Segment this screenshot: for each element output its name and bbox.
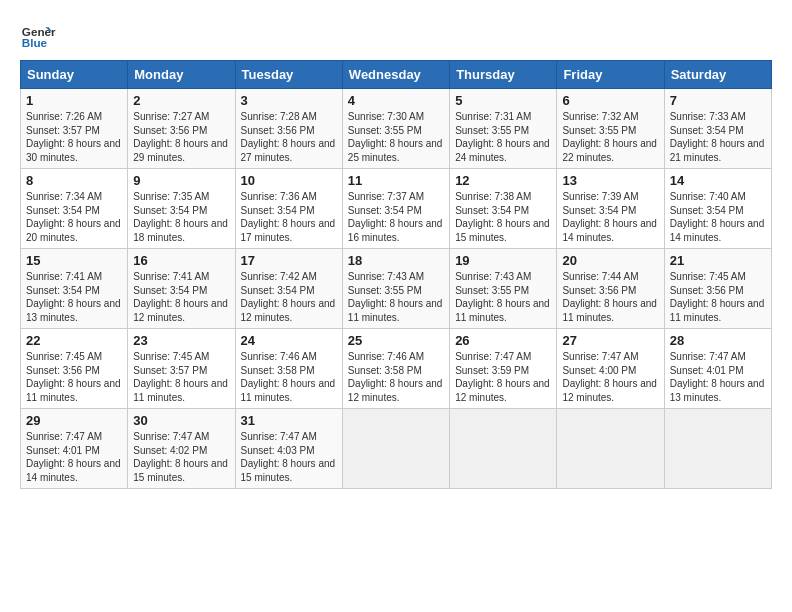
calendar-cell: 31Sunrise: 7:47 AMSunset: 4:03 PMDayligh… bbox=[235, 409, 342, 489]
calendar-cell: 3Sunrise: 7:28 AMSunset: 3:56 PMDaylight… bbox=[235, 89, 342, 169]
calendar-cell: 24Sunrise: 7:46 AMSunset: 3:58 PMDayligh… bbox=[235, 329, 342, 409]
day-info: Sunrise: 7:36 AMSunset: 3:54 PMDaylight:… bbox=[241, 190, 337, 244]
day-number: 17 bbox=[241, 253, 337, 268]
day-info: Sunrise: 7:46 AMSunset: 3:58 PMDaylight:… bbox=[348, 350, 444, 404]
weekday-header-tuesday: Tuesday bbox=[235, 61, 342, 89]
calendar-cell: 15Sunrise: 7:41 AMSunset: 3:54 PMDayligh… bbox=[21, 249, 128, 329]
calendar-cell bbox=[664, 409, 771, 489]
day-info: Sunrise: 7:47 AMSunset: 4:00 PMDaylight:… bbox=[562, 350, 658, 404]
day-number: 22 bbox=[26, 333, 122, 348]
calendar-cell: 26Sunrise: 7:47 AMSunset: 3:59 PMDayligh… bbox=[450, 329, 557, 409]
calendar-cell: 7Sunrise: 7:33 AMSunset: 3:54 PMDaylight… bbox=[664, 89, 771, 169]
day-info: Sunrise: 7:47 AMSunset: 4:01 PMDaylight:… bbox=[26, 430, 122, 484]
day-info: Sunrise: 7:42 AMSunset: 3:54 PMDaylight:… bbox=[241, 270, 337, 324]
week-row-2: 8Sunrise: 7:34 AMSunset: 3:54 PMDaylight… bbox=[21, 169, 772, 249]
logo-icon: General Blue bbox=[20, 20, 56, 56]
day-number: 23 bbox=[133, 333, 229, 348]
weekday-header-monday: Monday bbox=[128, 61, 235, 89]
svg-text:Blue: Blue bbox=[22, 36, 48, 49]
calendar-cell: 16Sunrise: 7:41 AMSunset: 3:54 PMDayligh… bbox=[128, 249, 235, 329]
day-info: Sunrise: 7:31 AMSunset: 3:55 PMDaylight:… bbox=[455, 110, 551, 164]
calendar-cell: 13Sunrise: 7:39 AMSunset: 3:54 PMDayligh… bbox=[557, 169, 664, 249]
week-row-4: 22Sunrise: 7:45 AMSunset: 3:56 PMDayligh… bbox=[21, 329, 772, 409]
calendar-cell: 17Sunrise: 7:42 AMSunset: 3:54 PMDayligh… bbox=[235, 249, 342, 329]
weekday-header-wednesday: Wednesday bbox=[342, 61, 449, 89]
calendar-cell: 1Sunrise: 7:26 AMSunset: 3:57 PMDaylight… bbox=[21, 89, 128, 169]
weekday-header-thursday: Thursday bbox=[450, 61, 557, 89]
day-info: Sunrise: 7:35 AMSunset: 3:54 PMDaylight:… bbox=[133, 190, 229, 244]
calendar-cell: 18Sunrise: 7:43 AMSunset: 3:55 PMDayligh… bbox=[342, 249, 449, 329]
day-number: 27 bbox=[562, 333, 658, 348]
day-info: Sunrise: 7:47 AMSunset: 4:03 PMDaylight:… bbox=[241, 430, 337, 484]
week-row-3: 15Sunrise: 7:41 AMSunset: 3:54 PMDayligh… bbox=[21, 249, 772, 329]
calendar-cell bbox=[557, 409, 664, 489]
calendar-cell: 25Sunrise: 7:46 AMSunset: 3:58 PMDayligh… bbox=[342, 329, 449, 409]
day-info: Sunrise: 7:33 AMSunset: 3:54 PMDaylight:… bbox=[670, 110, 766, 164]
calendar-cell: 22Sunrise: 7:45 AMSunset: 3:56 PMDayligh… bbox=[21, 329, 128, 409]
calendar-cell: 21Sunrise: 7:45 AMSunset: 3:56 PMDayligh… bbox=[664, 249, 771, 329]
day-info: Sunrise: 7:26 AMSunset: 3:57 PMDaylight:… bbox=[26, 110, 122, 164]
calendar-cell: 30Sunrise: 7:47 AMSunset: 4:02 PMDayligh… bbox=[128, 409, 235, 489]
logo: General Blue bbox=[20, 20, 56, 56]
day-info: Sunrise: 7:27 AMSunset: 3:56 PMDaylight:… bbox=[133, 110, 229, 164]
day-number: 14 bbox=[670, 173, 766, 188]
day-number: 9 bbox=[133, 173, 229, 188]
weekday-header-row: SundayMondayTuesdayWednesdayThursdayFrid… bbox=[21, 61, 772, 89]
calendar-cell: 2Sunrise: 7:27 AMSunset: 3:56 PMDaylight… bbox=[128, 89, 235, 169]
day-number: 24 bbox=[241, 333, 337, 348]
calendar-cell: 4Sunrise: 7:30 AMSunset: 3:55 PMDaylight… bbox=[342, 89, 449, 169]
day-info: Sunrise: 7:47 AMSunset: 4:01 PMDaylight:… bbox=[670, 350, 766, 404]
day-number: 4 bbox=[348, 93, 444, 108]
day-info: Sunrise: 7:41 AMSunset: 3:54 PMDaylight:… bbox=[133, 270, 229, 324]
header: General Blue bbox=[20, 20, 772, 56]
day-info: Sunrise: 7:41 AMSunset: 3:54 PMDaylight:… bbox=[26, 270, 122, 324]
day-number: 3 bbox=[241, 93, 337, 108]
week-row-1: 1Sunrise: 7:26 AMSunset: 3:57 PMDaylight… bbox=[21, 89, 772, 169]
day-info: Sunrise: 7:47 AMSunset: 3:59 PMDaylight:… bbox=[455, 350, 551, 404]
day-number: 15 bbox=[26, 253, 122, 268]
calendar-cell: 5Sunrise: 7:31 AMSunset: 3:55 PMDaylight… bbox=[450, 89, 557, 169]
calendar-cell: 8Sunrise: 7:34 AMSunset: 3:54 PMDaylight… bbox=[21, 169, 128, 249]
calendar-cell: 29Sunrise: 7:47 AMSunset: 4:01 PMDayligh… bbox=[21, 409, 128, 489]
calendar-table: SundayMondayTuesdayWednesdayThursdayFrid… bbox=[20, 60, 772, 489]
day-info: Sunrise: 7:39 AMSunset: 3:54 PMDaylight:… bbox=[562, 190, 658, 244]
week-row-5: 29Sunrise: 7:47 AMSunset: 4:01 PMDayligh… bbox=[21, 409, 772, 489]
day-number: 20 bbox=[562, 253, 658, 268]
day-info: Sunrise: 7:28 AMSunset: 3:56 PMDaylight:… bbox=[241, 110, 337, 164]
calendar-cell: 6Sunrise: 7:32 AMSunset: 3:55 PMDaylight… bbox=[557, 89, 664, 169]
day-info: Sunrise: 7:32 AMSunset: 3:55 PMDaylight:… bbox=[562, 110, 658, 164]
day-number: 13 bbox=[562, 173, 658, 188]
day-number: 10 bbox=[241, 173, 337, 188]
day-info: Sunrise: 7:34 AMSunset: 3:54 PMDaylight:… bbox=[26, 190, 122, 244]
calendar-cell: 28Sunrise: 7:47 AMSunset: 4:01 PMDayligh… bbox=[664, 329, 771, 409]
day-number: 11 bbox=[348, 173, 444, 188]
day-info: Sunrise: 7:44 AMSunset: 3:56 PMDaylight:… bbox=[562, 270, 658, 324]
calendar-cell: 14Sunrise: 7:40 AMSunset: 3:54 PMDayligh… bbox=[664, 169, 771, 249]
day-number: 6 bbox=[562, 93, 658, 108]
weekday-header-friday: Friday bbox=[557, 61, 664, 89]
calendar-cell: 27Sunrise: 7:47 AMSunset: 4:00 PMDayligh… bbox=[557, 329, 664, 409]
day-info: Sunrise: 7:43 AMSunset: 3:55 PMDaylight:… bbox=[348, 270, 444, 324]
calendar-body: 1Sunrise: 7:26 AMSunset: 3:57 PMDaylight… bbox=[21, 89, 772, 489]
day-info: Sunrise: 7:43 AMSunset: 3:55 PMDaylight:… bbox=[455, 270, 551, 324]
day-number: 26 bbox=[455, 333, 551, 348]
day-number: 7 bbox=[670, 93, 766, 108]
day-number: 29 bbox=[26, 413, 122, 428]
calendar-cell: 23Sunrise: 7:45 AMSunset: 3:57 PMDayligh… bbox=[128, 329, 235, 409]
day-number: 2 bbox=[133, 93, 229, 108]
weekday-header-sunday: Sunday bbox=[21, 61, 128, 89]
day-number: 5 bbox=[455, 93, 551, 108]
weekday-header-saturday: Saturday bbox=[664, 61, 771, 89]
day-info: Sunrise: 7:47 AMSunset: 4:02 PMDaylight:… bbox=[133, 430, 229, 484]
calendar-header: SundayMondayTuesdayWednesdayThursdayFrid… bbox=[21, 61, 772, 89]
day-info: Sunrise: 7:45 AMSunset: 3:57 PMDaylight:… bbox=[133, 350, 229, 404]
calendar-cell: 19Sunrise: 7:43 AMSunset: 3:55 PMDayligh… bbox=[450, 249, 557, 329]
day-info: Sunrise: 7:46 AMSunset: 3:58 PMDaylight:… bbox=[241, 350, 337, 404]
day-number: 18 bbox=[348, 253, 444, 268]
calendar-cell: 10Sunrise: 7:36 AMSunset: 3:54 PMDayligh… bbox=[235, 169, 342, 249]
calendar-cell: 20Sunrise: 7:44 AMSunset: 3:56 PMDayligh… bbox=[557, 249, 664, 329]
calendar-cell: 9Sunrise: 7:35 AMSunset: 3:54 PMDaylight… bbox=[128, 169, 235, 249]
day-number: 8 bbox=[26, 173, 122, 188]
day-number: 31 bbox=[241, 413, 337, 428]
calendar-cell bbox=[342, 409, 449, 489]
